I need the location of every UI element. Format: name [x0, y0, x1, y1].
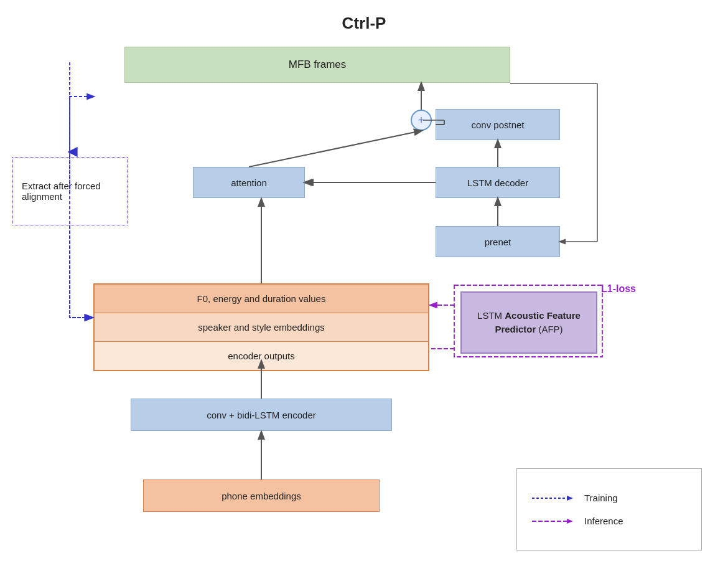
- training-line-icon: [532, 494, 576, 503]
- box-extract: Extract after forced alignment: [12, 157, 128, 225]
- legend-inference: Inference: [532, 516, 686, 526]
- box-prenet: prenet: [436, 226, 560, 257]
- svg-line-7: [249, 131, 421, 167]
- legend-training: Training: [532, 493, 686, 503]
- box-phone: phone embeddings: [143, 479, 380, 512]
- plus-circle: +: [411, 110, 432, 131]
- prosody-row-encoder: encoder outputs: [95, 342, 428, 370]
- box-attention: attention: [193, 167, 305, 198]
- box-prosody: F0, energy and duration values speaker a…: [93, 283, 429, 371]
- svg-marker-1: [567, 496, 573, 501]
- legend-box: Training Inference: [516, 468, 702, 550]
- box-lstm-decoder: LSTM decoder: [436, 167, 560, 198]
- inference-line-icon: [532, 517, 576, 526]
- box-mfb: MFB frames: [124, 47, 510, 83]
- afp-text: LSTM Acoustic FeaturePredictor (AFP): [477, 309, 581, 337]
- box-postnet: conv postnet: [436, 109, 560, 140]
- box-afp: LSTM Acoustic FeaturePredictor (AFP): [460, 291, 597, 354]
- title: Ctrl-P: [342, 14, 386, 33]
- prosody-row-speaker: speaker and style embeddings: [95, 313, 428, 342]
- box-encoder: conv + bidi-LSTM encoder: [131, 399, 392, 431]
- label-l1: L1-loss: [601, 283, 636, 295]
- svg-marker-3: [567, 519, 573, 524]
- diagram-container: Ctrl-P MFB frames conv postnet + attenti…: [0, 0, 728, 581]
- prosody-row-f0: F0, energy and duration values: [95, 285, 428, 313]
